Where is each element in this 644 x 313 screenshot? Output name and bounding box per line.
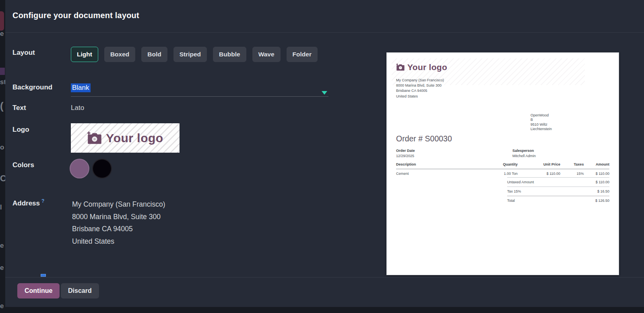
address-line: 8000 Marina Blvd, Suite 300 (72, 211, 165, 223)
document-preview: Your logo My Company (San Francisco) 800… (386, 52, 619, 275)
dialog-title: Configure your document layout (12, 11, 139, 20)
preview-salesperson-label: Salesperson (512, 149, 536, 153)
layout-option-folder[interactable]: Folder (287, 47, 318, 62)
preview-recipient-line: Liechtenstein (530, 127, 552, 131)
preview-recipient-address: OpenWood B 9510 Wiltz Liechtenstein (530, 113, 552, 132)
col-header-unit-price: Unit Price (518, 162, 560, 169)
tax-row: Tax 15%$ 16.50 (507, 187, 609, 196)
preview-salesperson: Mitchell Admin (512, 154, 536, 158)
chevron-down-icon[interactable] (322, 91, 327, 95)
untaxed-amount-row: Untaxed Amount$ 110.00 (507, 177, 609, 187)
background-selected-value: Blank (71, 83, 91, 92)
background-label: Background (12, 83, 52, 91)
color-swatches (70, 159, 112, 178)
cell-unit-price: $ 110.00 (518, 169, 560, 178)
cell-quantity: 1.00 Ton (481, 169, 518, 178)
col-header-description: Description (396, 162, 481, 169)
layout-option-bold[interactable]: Bold (141, 47, 167, 62)
company-address-block: My Company (San Francisco) 8000 Marina B… (72, 198, 165, 247)
secondary-color-swatch[interactable] (92, 159, 112, 178)
col-header-amount: Amount (584, 162, 609, 169)
col-header-quantity: Quantity (481, 162, 518, 169)
text-font-value[interactable]: Lato (71, 104, 84, 112)
preview-lines-table: Description Quantity Unit Price Taxes Am… (396, 162, 609, 178)
layout-label: Layout (12, 49, 35, 57)
address-line: Brisbane CA 94005 (72, 223, 165, 235)
preview-totals: Untaxed Amount$ 110.00 Tax 15%$ 16.50 To… (507, 177, 609, 205)
document-layout-dialog: Configure your document layout Layout Li… (5, 0, 644, 307)
logo-label: Logo (12, 126, 29, 134)
backdrop-text-fragment: e (0, 30, 6, 38)
backdrop-text-fragment: e (0, 242, 6, 250)
preview-company-line: Brisbane CA 94005 (396, 88, 444, 93)
preview-recipient-line: B (530, 118, 552, 122)
backdrop-text-fragment: st (0, 78, 6, 86)
preview-order-title: Order # S00030 (396, 134, 452, 143)
address-label: Address? (12, 198, 44, 207)
camera-plus-icon (87, 131, 102, 146)
logo-placeholder-text: Your logo (106, 131, 163, 145)
backdrop-text-fragment: e (0, 264, 6, 272)
preview-recipient-line: 9510 Wiltz (530, 122, 552, 127)
preview-order-date-label: Order Date (396, 149, 415, 153)
preview-logo: Your logo (396, 62, 447, 72)
primary-color-swatch[interactable] (70, 159, 89, 178)
camera-plus-icon (396, 63, 405, 72)
total-row: Total$ 126.50 (507, 196, 609, 205)
layout-option-wave[interactable]: Wave (252, 47, 281, 62)
continue-button[interactable]: Continue (17, 283, 60, 298)
col-header-taxes: Taxes (560, 162, 584, 169)
backdrop-text-fragment: o (0, 143, 6, 151)
preview-order-date: 12/29/2025 (396, 154, 415, 158)
layout-option-bubble[interactable]: Bubble (213, 47, 246, 62)
layout-option-striped[interactable]: Striped (173, 47, 207, 62)
discard-button[interactable]: Discard (61, 283, 99, 298)
clipped-selection-fragment (41, 274, 46, 277)
backdrop-text-fragment: O (0, 173, 6, 184)
text-font-label: Text (12, 104, 26, 112)
backdrop-fragment-purple (0, 68, 5, 75)
address-help-icon[interactable]: ? (41, 198, 44, 204)
preview-logo-text: Your logo (407, 62, 447, 72)
preview-recipient-line: OpenWood (530, 113, 552, 118)
layout-option-light[interactable]: Light (71, 47, 98, 62)
cell-description: Cement (396, 169, 481, 178)
address-line: United States (72, 235, 165, 248)
dialog-header: Configure your document layout (5, 0, 644, 33)
backdrop-text-fragment: ( (0, 100, 6, 112)
layout-option-boxed[interactable]: Boxed (104, 47, 135, 62)
background-select[interactable]: Blank (71, 82, 328, 97)
preview-company-line: My Company (San Francisco) (396, 78, 444, 83)
backdrop-text-fragment: l (0, 203, 6, 211)
cell-taxes: 15% (560, 169, 584, 178)
preview-company-line: United States (396, 94, 444, 99)
preview-company-line: 8000 Marina Blvd, Suite 300 (396, 83, 444, 88)
logo-upload-area[interactable]: Your logo (71, 123, 180, 153)
layout-options-group: Light Boxed Bold Striped Bubble Wave Fol… (71, 47, 318, 62)
preview-company-address: My Company (San Francisco) 8000 Marina B… (396, 78, 444, 99)
colors-label: Colors (12, 161, 34, 169)
backdrop-text-fragment: e (0, 302, 6, 310)
backdrop-fragment-pink (0, 11, 4, 31)
table-row: Cement 1.00 Ton $ 110.00 15% $ 110.00 (396, 169, 609, 178)
dialog-footer: Continue Discard (5, 277, 644, 307)
address-line: My Company (San Francisco) (72, 198, 165, 211)
cell-amount: $ 110.00 (584, 169, 609, 178)
